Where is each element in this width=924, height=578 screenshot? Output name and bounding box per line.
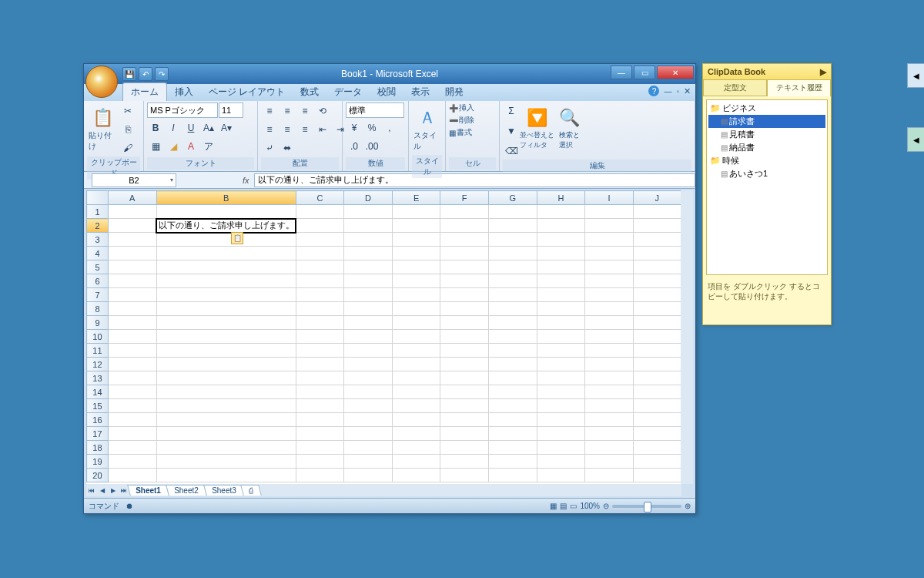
sort-filter-button[interactable]: 🔽 並べ替えと フィルタ [521, 102, 552, 153]
view-break-icon[interactable]: ▭ [570, 502, 577, 510]
mdi-restore-icon[interactable]: ▫ [676, 87, 679, 96]
mdi-minimize-icon[interactable]: — [664, 87, 671, 96]
align-center-icon[interactable]: ≡ [279, 121, 296, 138]
zoom-slider[interactable] [612, 505, 681, 508]
titlebar[interactable]: 💾 ↶ ↷ Book1 - Microsoft Excel — ▭ ✕ [84, 64, 695, 84]
col-header[interactable]: D [344, 191, 393, 205]
phonetic-icon[interactable]: ア [200, 138, 217, 155]
tab-view[interactable]: 表示 [403, 83, 437, 101]
fx-icon[interactable]: fx [243, 176, 249, 185]
tab-pagelayout[interactable]: ページ レイアウト [201, 83, 293, 101]
cut-icon[interactable]: ✂ [119, 102, 136, 119]
align-middle-icon[interactable]: ≡ [279, 102, 296, 119]
font-size-combo[interactable]: 11 [219, 102, 243, 118]
font-name-combo[interactable]: MS Pゴシック [147, 102, 218, 118]
tab-review[interactable]: 校閲 [370, 83, 403, 101]
cell-b2[interactable]: 以下の通り、ご請求申し上げます。 [156, 219, 296, 233]
sheet-tab[interactable]: Sheet1 [127, 485, 169, 496]
sheet-tab[interactable]: Sheet2 [166, 485, 206, 496]
insert-cells-button[interactable]: ➕挿入 [449, 102, 474, 113]
col-header[interactable]: H [537, 191, 585, 205]
fill-color-icon[interactable]: ◢ [165, 138, 182, 155]
new-sheet-icon[interactable]: ⎙ [240, 485, 262, 496]
align-right-icon[interactable]: ≡ [296, 121, 313, 138]
sidebar-tab-history[interactable]: テキスト履歴 [767, 79, 831, 96]
sheet-nav-next-icon[interactable]: ▶ [108, 485, 119, 496]
merge-icon[interactable]: ⬌ [279, 139, 296, 156]
col-header[interactable]: J [633, 191, 681, 205]
tree-item[interactable]: ▤請求書 [708, 115, 825, 128]
tab-insert[interactable]: 挿入 [167, 83, 201, 101]
tab-home[interactable]: ホーム [122, 82, 167, 101]
decrease-decimal-icon[interactable]: .00 [363, 138, 380, 155]
tree-folder[interactable]: 📁ビジネス [708, 102, 825, 115]
col-header[interactable]: F [440, 191, 489, 205]
view-layout-icon[interactable]: ▤ [560, 502, 567, 510]
expand-icon[interactable]: ▶ [820, 67, 826, 77]
fill-icon[interactable]: ▼ [503, 123, 520, 139]
redo-icon[interactable]: ↷ [155, 67, 169, 81]
paste-button[interactable]: 📋 貼り付け [87, 102, 118, 155]
align-top-icon[interactable]: ≡ [261, 102, 278, 119]
tab-developer[interactable]: 開発 [437, 83, 471, 101]
percent-icon[interactable]: % [363, 119, 380, 136]
zoom-in-icon[interactable]: ⊕ [685, 502, 691, 510]
save-icon[interactable]: 💾 [122, 67, 136, 81]
clear-icon[interactable]: ⌫ [503, 143, 520, 160]
spreadsheet-grid[interactable]: A B C D E F G H I J 1 2以下の通り、ご請求申し上げます。 … [86, 190, 681, 484]
sheet-nav-prev-icon[interactable]: ◀ [97, 485, 108, 496]
align-left-icon[interactable]: ≡ [261, 121, 278, 138]
font-color-icon[interactable]: A [182, 138, 199, 155]
col-header[interactable]: E [392, 191, 440, 205]
name-box[interactable]: B2 [92, 173, 176, 187]
wrap-text-icon[interactable]: ⤶ [261, 139, 278, 156]
maximize-button[interactable]: ▭ [634, 66, 655, 79]
autosum-icon[interactable]: Σ [503, 102, 520, 119]
tree-item[interactable]: ▤納品書 [708, 141, 825, 154]
vertical-scrollbar[interactable] [681, 190, 693, 484]
clipdata-tree[interactable]: 📁ビジネス ▤請求書 ▤見積書 ▤納品書 📁時候 ▤あいさつ1 [706, 99, 828, 275]
col-header[interactable]: I [585, 191, 633, 205]
tree-item[interactable]: ▤見積書 [708, 128, 825, 141]
styles-button[interactable]: Ａ スタイル [412, 102, 442, 155]
tab-data[interactable]: データ [326, 83, 370, 101]
office-button[interactable] [85, 66, 118, 98]
paste-options-icon[interactable]: 📋 [231, 232, 243, 244]
help-icon[interactable]: ? [648, 86, 659, 96]
mdi-close-icon[interactable]: ✕ [684, 86, 691, 96]
clipdata-title[interactable]: ClipData Book ▶ [703, 64, 831, 79]
select-all-corner[interactable] [87, 191, 109, 205]
comma-icon[interactable]: , [381, 119, 398, 136]
number-format-combo[interactable]: 標準 [346, 102, 404, 118]
zoom-level[interactable]: 100% [580, 502, 600, 510]
minimize-button[interactable]: — [611, 66, 632, 79]
italic-button[interactable]: I [165, 119, 182, 136]
tree-folder[interactable]: 📁時候 [708, 154, 825, 167]
sheet-tab[interactable]: Sheet3 [203, 485, 244, 496]
border-icon[interactable]: ▦ [147, 138, 164, 155]
view-normal-icon[interactable]: ▦ [550, 502, 557, 510]
sidebar-tab-template[interactable]: 定型文 [703, 79, 767, 96]
format-cells-button[interactable]: ▦書式 [449, 127, 472, 138]
indent-dec-icon[interactable]: ⇤ [314, 121, 331, 138]
align-bottom-icon[interactable]: ≡ [296, 102, 313, 119]
undo-icon[interactable]: ↶ [139, 67, 152, 81]
sheet-nav-first-icon[interactable]: ⏮ [86, 485, 97, 496]
format-painter-icon[interactable]: 🖌 [119, 139, 136, 156]
tree-item[interactable]: ▤あいさつ1 [708, 167, 825, 180]
find-select-button[interactable]: 🔍 検索と 選択 [554, 102, 584, 153]
shrink-font-icon[interactable]: A▾ [218, 119, 235, 136]
delete-cells-button[interactable]: ➖削除 [449, 115, 474, 126]
col-header[interactable]: C [296, 191, 344, 205]
tab-formulas[interactable]: 数式 [293, 83, 326, 101]
zoom-out-icon[interactable]: ⊖ [603, 502, 609, 510]
orientation-icon[interactable]: ⟲ [314, 102, 331, 119]
macro-record-icon[interactable]: ⏺ [126, 502, 133, 510]
copy-icon[interactable]: ⎘ [119, 121, 136, 138]
col-header[interactable]: G [488, 191, 537, 205]
increase-decimal-icon[interactable]: .0 [346, 138, 363, 155]
col-header[interactable]: A [108, 191, 156, 205]
drawer-tab-1[interactable]: ◀ [907, 63, 924, 88]
close-button[interactable]: ✕ [657, 66, 694, 79]
grow-font-icon[interactable]: A▴ [200, 119, 217, 136]
